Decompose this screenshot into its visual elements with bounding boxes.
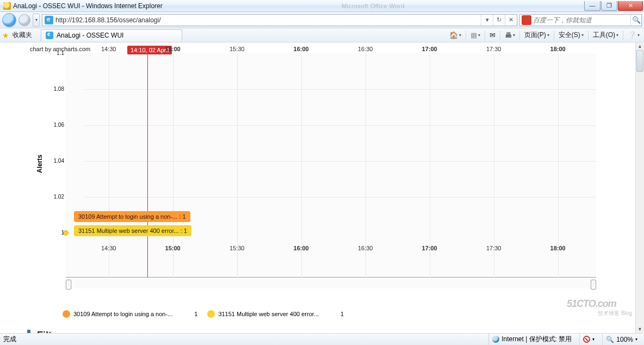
watermark-small: 技术博客 Blog <box>567 310 632 317</box>
chart-cursor[interactable] <box>147 53 148 278</box>
legend-swatch-yellow <box>207 310 215 318</box>
tab-title: AnaLogi - OSSEC WUI <box>57 32 123 39</box>
legend-label: 31151 Multiple web server 400 error... <box>218 311 319 317</box>
favorites-star-icon[interactable]: ★ <box>2 31 9 40</box>
tools-menu[interactable]: 工具(O) ▾ <box>591 29 621 41</box>
status-bar: 完成 Internet | 保护模式: 禁用 ▾ 🔍 100% ▾ <box>0 333 644 345</box>
legend-label: 30109 Attempt to login using a non-... <box>73 311 172 317</box>
chart-tooltip-orange: 30109 Attempt to login using a non-... :… <box>74 211 190 222</box>
status-zone[interactable]: Internet | 保护模式: 禁用 <box>488 334 575 345</box>
mail-icon: ✉ <box>490 31 496 39</box>
y-tick: 1.02 <box>54 194 64 200</box>
url-text: http://192.168.88.156/ossec/analogi/ <box>55 16 481 24</box>
separator <box>554 30 554 40</box>
watermark-big: 51CTO.com <box>567 298 632 310</box>
browser-tab[interactable]: AnaLogi - OSSEC WUI <box>41 29 182 41</box>
x-tick-top: 14:30 <box>101 46 116 52</box>
history-dropdown[interactable]: ▾ <box>33 14 40 27</box>
back-button[interactable] <box>2 13 16 27</box>
separator <box>485 30 485 40</box>
rss-icon: ▩ <box>470 31 477 39</box>
legend-value: 1 <box>194 311 197 317</box>
zoom-icon: 🔍 <box>606 336 614 343</box>
legend-item[interactable]: 31151 Multiple web server 400 error... 1 <box>207 310 344 318</box>
home-button[interactable]: 🏠▾ <box>447 29 463 41</box>
help-icon: ❔ <box>628 31 636 39</box>
status-zone-text: Internet | 保护模式: 禁用 <box>501 335 572 344</box>
watermark: 51CTO.com 技术博客 Blog <box>567 298 632 319</box>
window-title: AnaLogi - OSSEC WUI - Windows Internet E… <box>13 2 163 10</box>
favorites-label[interactable]: 收藏夹 <box>13 30 32 40</box>
x-tick-top: 15:00 <box>165 46 181 52</box>
status-zoom[interactable]: 🔍 100% ▾ <box>602 334 641 345</box>
globe-icon <box>492 336 499 343</box>
gridline <box>85 125 596 126</box>
maximize-button[interactable]: ❐ <box>601 1 617 11</box>
alerts-chart[interactable]: Alerts 1.1 1.08 1.06 1.04 1.02 1 14:10, … <box>47 53 596 288</box>
separator <box>500 30 500 40</box>
scrollbar-right-handle[interactable]: ⋮ <box>591 280 596 289</box>
y-tick: 1.06 <box>54 122 64 128</box>
x-tick: 18:00 <box>550 245 566 298</box>
scroll-up-button[interactable]: ▲ <box>636 42 644 50</box>
x-tick: 16:30 <box>358 245 373 298</box>
x-tick-top: 15:30 <box>230 46 245 52</box>
search-go[interactable]: 🔍 <box>630 15 641 26</box>
x-tick-top: 18:00 <box>550 46 566 52</box>
browser-navbar: ▾ http://192.168.88.156/ossec/analogi/ ▾… <box>0 12 644 28</box>
y-tick: 1.08 <box>54 86 64 92</box>
tools-menu-label: 工具(O) <box>593 30 615 40</box>
chart-legend: 30109 Attempt to login using a non-... 1… <box>63 310 344 318</box>
safety-menu[interactable]: 安全(S) ▾ <box>556 29 586 41</box>
x-tick: 17:30 <box>486 245 501 298</box>
app-favicon <box>3 2 11 10</box>
ie-icon <box>45 16 53 24</box>
tab-favicon <box>46 32 53 39</box>
x-tick: 17:00 <box>422 245 437 298</box>
mail-button[interactable]: ✉ <box>487 29 498 41</box>
safety-menu-label: 安全(S) <box>559 30 580 40</box>
stop-button[interactable]: ✕ <box>505 15 517 26</box>
gridline <box>85 161 596 162</box>
status-done: 完成 <box>3 335 16 344</box>
search-box[interactable]: 🔍 <box>519 14 642 26</box>
zoom-value: 100% <box>616 336 633 343</box>
scrollbar-left-handle[interactable]: ⋮ <box>66 280 71 289</box>
vertical-scrollbar[interactable]: ▲ ▼ <box>635 42 644 333</box>
x-tick-top: 17:00 <box>422 46 437 52</box>
legend-item[interactable]: 30109 Attempt to login using a non-... 1 <box>63 310 197 318</box>
x-tick: 15:00 <box>165 245 181 298</box>
x-tick: 15:30 <box>230 245 245 298</box>
y-axis-label: Alerts <box>36 155 44 173</box>
y-tick: 1.1 <box>57 50 64 56</box>
separator <box>466 30 466 40</box>
addr-dropdown[interactable]: ▾ <box>481 15 493 26</box>
status-protected-mode-icon[interactable]: ▾ <box>579 334 598 345</box>
scroll-thumb[interactable] <box>636 50 643 72</box>
feeds-button[interactable]: ▩▾ <box>468 29 482 41</box>
refresh-button[interactable]: ↻ <box>493 15 505 26</box>
legend-value: 1 <box>340 311 344 317</box>
print-button[interactable]: 🖶▾ <box>503 29 517 41</box>
page-menu[interactable]: 页面(P) ▾ <box>522 29 552 41</box>
x-tick: 14:30 <box>101 245 116 298</box>
scroll-down-button[interactable]: ▼ <box>636 325 644 333</box>
help-button[interactable]: ❔▾ <box>626 29 642 41</box>
address-bar[interactable]: http://192.168.88.156/ossec/analogi/ ▾ ↻… <box>42 14 517 26</box>
close-button[interactable]: ✕ <box>618 1 643 11</box>
x-tick-top: 16:30 <box>358 46 373 52</box>
legend-swatch-orange <box>63 310 70 318</box>
baidu-icon <box>522 15 531 25</box>
minimize-button[interactable]: — <box>584 1 600 11</box>
window-titlebar: AnaLogi - OSSEC WUI - Windows Internet E… <box>0 0 644 12</box>
chart-data-point <box>63 230 69 236</box>
separator <box>519 30 520 40</box>
forward-button[interactable] <box>18 14 30 26</box>
chart-scrollbar[interactable]: ⋮ ⋮ <box>66 279 596 288</box>
chart-tooltip-yellow: 31151 Multiple web server 400 error... :… <box>74 225 191 236</box>
print-icon: 🖶 <box>505 31 512 39</box>
x-tick-top: 17:30 <box>486 46 501 52</box>
chart-plot-area <box>66 53 596 278</box>
tab-toolbar: ★ 收藏夹 AnaLogi - OSSEC WUI 🏠▾ ▩▾ ✉ 🖶▾ 页面(… <box>0 28 644 42</box>
search-input[interactable] <box>533 16 630 24</box>
